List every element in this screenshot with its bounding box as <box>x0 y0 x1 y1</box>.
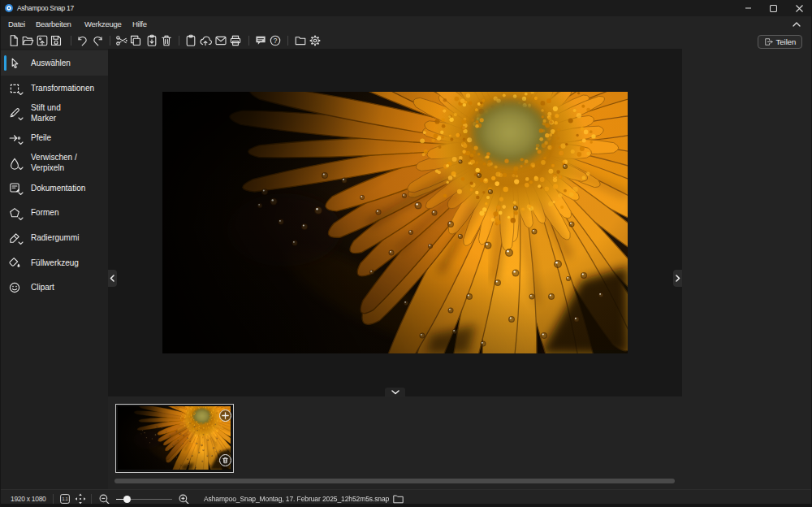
svg-text:1.1: 1.1 <box>62 496 67 501</box>
svg-text:?: ? <box>274 37 278 45</box>
